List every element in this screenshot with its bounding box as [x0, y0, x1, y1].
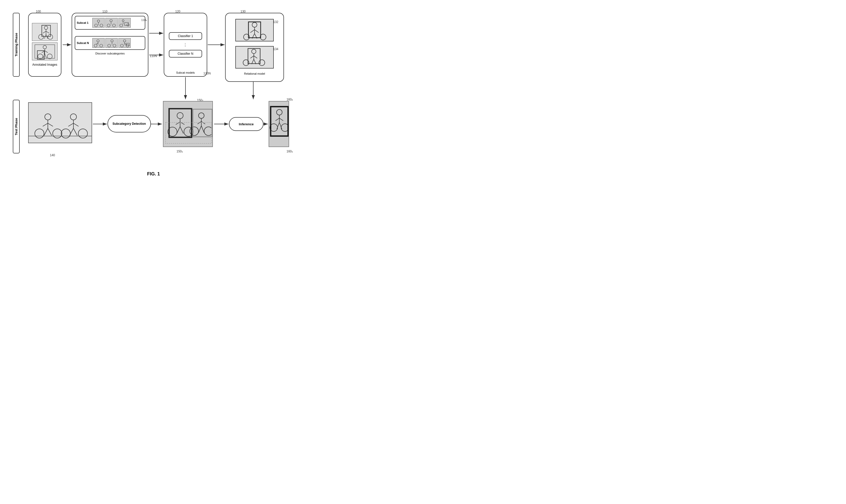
- detection-result-box: [163, 101, 213, 147]
- subcatN-label: Subcat N: [77, 41, 91, 44]
- relational-model-box: 132 134 Relational mo: [225, 13, 284, 82]
- subcatN-img3: [119, 38, 131, 48]
- subcat-models-box: Classifier 1 ⋮ Classifier N Subcat model…: [164, 13, 207, 77]
- subcatN-img1: [92, 38, 105, 48]
- subcat1-img2: [105, 18, 118, 28]
- relational-model-label: Relational model: [244, 72, 265, 75]
- subcatN-img2: [105, 38, 118, 48]
- annotated-images-box: Annotated Images: [28, 13, 61, 77]
- ref-120-N: 120N: [204, 72, 211, 75]
- subcatN-images: [92, 38, 131, 48]
- ref-132: 132: [273, 20, 278, 24]
- subcat1-img3: [119, 18, 131, 28]
- discover-box: Subcat 1: [72, 13, 148, 77]
- ref-140: 140: [50, 154, 55, 157]
- subcategory-detection-label: Subcategory Detection: [112, 122, 146, 126]
- subcat-models-label: Subcat models: [164, 71, 207, 74]
- classifierN-box: Classifier N: [169, 50, 202, 57]
- diagram: Training Phase Test Phase 100: [13, 8, 294, 166]
- subcat1-inner: Subcat 1: [75, 16, 145, 30]
- discover-label: Discover subcategories: [75, 52, 145, 55]
- inference-box: Inference: [229, 117, 264, 131]
- ref-110-N: 110N: [149, 54, 157, 58]
- inference-label: Inference: [239, 122, 254, 126]
- annotated-image-2: [32, 42, 57, 60]
- relational-img-132: [235, 19, 274, 41]
- subcat1-label: Subcat 1: [77, 21, 91, 24]
- annotated-image-1: [32, 23, 57, 41]
- svg-rect-76: [236, 47, 273, 68]
- classifier1-box: Classifier 1: [169, 32, 202, 40]
- annotated-images-label: Annotated Images: [32, 63, 57, 67]
- ref-160-1: 160₁: [286, 149, 293, 153]
- subcat1-img1: [92, 18, 105, 28]
- test-phase-label: Test Phase: [13, 100, 20, 154]
- ref-160-2: 160₂: [286, 98, 293, 101]
- subcatN-inner: Subcat N: [75, 36, 145, 50]
- subcategory-detection-box: Subcategory Detection: [107, 115, 151, 132]
- figure-caption: FIG. 1: [147, 171, 160, 177]
- relational-img-134: [235, 46, 274, 69]
- dots-separator: ⋮: [183, 42, 188, 47]
- final-result-box: [269, 101, 289, 147]
- subcat1-images: [92, 18, 131, 28]
- ref-150-1: 150₁: [177, 149, 183, 153]
- ref-134: 134: [273, 47, 278, 51]
- training-phase-label: Training Phase: [13, 13, 20, 77]
- test-input-box: [28, 102, 92, 143]
